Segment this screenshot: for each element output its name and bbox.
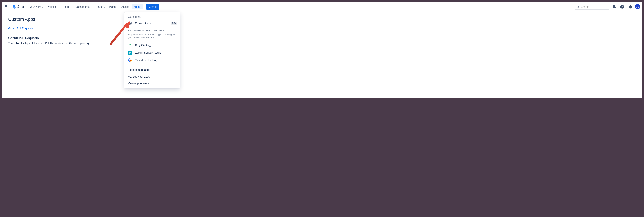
avatar[interactable]: JS (635, 4, 640, 10)
dropdown-item-custom-apps[interactable]: Custom Apps DEV (124, 20, 180, 27)
app-switcher-icon[interactable] (4, 4, 10, 10)
nav-dashboards[interactable]: Dashboards▾ (74, 4, 93, 10)
top-navigation: Jira Your work▾ Projects▾ Filters▾ Dashb… (2, 2, 642, 12)
nav-label: Assets (122, 5, 129, 8)
brand-text: Jira (17, 5, 24, 9)
nav-label: Projects (47, 5, 57, 8)
dropdown-explore-link[interactable]: Explore more apps (124, 66, 180, 73)
nav-label: Filters (62, 5, 70, 8)
dropdown-item-zephyr[interactable]: Zephyr Squad (Testing) (124, 49, 180, 56)
dropdown-item-timesheet[interactable]: Timesheet tracking (124, 56, 180, 64)
svg-point-17 (129, 59, 131, 61)
timesheet-icon (128, 58, 132, 62)
tabs: Github Pull Requests (8, 25, 636, 32)
dev-badge: DEV (171, 22, 177, 25)
nav-your-work[interactable]: Your work▾ (28, 4, 45, 10)
svg-rect-8 (8, 8, 8, 9)
dropdown-item-label: Zephyr Squad (Testing) (135, 51, 162, 54)
nav-filters[interactable]: Filters▾ (60, 4, 73, 10)
xray-icon: XRAY (128, 43, 132, 47)
notifications-icon[interactable] (611, 4, 617, 10)
svg-rect-7 (6, 8, 7, 9)
chevron-down-icon: ▾ (90, 6, 91, 8)
page-content: Custom Apps Github Pull Requests Github … (2, 12, 642, 49)
nav-assets[interactable]: Assets (120, 4, 131, 10)
dropdown-manage-link[interactable]: Manage your apps (124, 73, 180, 80)
nav-label: Apps (134, 5, 140, 8)
chevron-down-icon: ▾ (70, 6, 71, 8)
nav-label: Teams (96, 5, 103, 8)
jira-logo[interactable]: Jira (12, 5, 24, 9)
svg-rect-5 (8, 7, 8, 7)
nav-items: Your work▾ Projects▾ Filters▾ Dashboards… (28, 4, 159, 10)
nav-label: Dashboards (75, 5, 90, 8)
dropdown-your-apps-label: YOUR APPS (124, 14, 180, 20)
svg-rect-2 (8, 5, 8, 6)
dropdown-divider (124, 65, 180, 65)
search-input[interactable] (581, 5, 607, 8)
custom-apps-icon (128, 21, 132, 26)
nav-label: Plans (109, 5, 116, 8)
nav-apps[interactable]: Apps▾ (132, 4, 143, 10)
tab-github-prs[interactable]: Github Pull Requests (8, 25, 33, 32)
nav-right: ? JS (574, 4, 640, 10)
svg-rect-1 (6, 5, 7, 6)
dropdown-item-xray[interactable]: XRAY Xray (Testing) (124, 41, 180, 49)
section-heading: Github Pull Requests (8, 36, 636, 40)
nav-label: Your work (30, 5, 41, 8)
svg-rect-0 (5, 5, 6, 6)
dropdown-item-label: Xray (Testing) (135, 44, 151, 47)
svg-text:?: ? (622, 5, 623, 8)
svg-point-14 (130, 23, 131, 24)
settings-icon[interactable] (627, 4, 633, 10)
dropdown-item-label: Timesheet tracking (135, 59, 157, 62)
nav-plans[interactable]: Plans▾ (107, 4, 119, 10)
jira-logo-icon (12, 5, 16, 9)
svg-rect-4 (6, 7, 7, 7)
svg-rect-3 (5, 7, 6, 7)
nav-left: Jira Your work▾ Projects▾ Filters▾ Dashb… (4, 4, 159, 10)
chevron-down-icon: ▾ (116, 6, 117, 8)
chevron-down-icon: ▾ (57, 6, 58, 8)
svg-rect-6 (5, 8, 6, 9)
section-description: This table displays all the open Pull Re… (8, 42, 636, 45)
dropdown-view-requests-link[interactable]: View app requests (124, 80, 180, 87)
dropdown-recommended-label: RECOMMENDED FOR YOUR TEAM (124, 27, 180, 33)
svg-marker-13 (128, 22, 132, 25)
nav-projects[interactable]: Projects▾ (45, 4, 60, 10)
dropdown-item-label: Custom Apps (135, 22, 151, 25)
svg-point-9 (577, 6, 579, 7)
chevron-down-icon: ▾ (42, 6, 43, 8)
zephyr-icon (128, 50, 132, 55)
help-icon[interactable]: ? (619, 4, 625, 10)
dropdown-recommended-desc: Ship faster with marketplace apps that i… (124, 33, 180, 41)
apps-dropdown: YOUR APPS Custom Apps DEV RECOMMENDED FO… (124, 12, 180, 88)
search-field[interactable] (574, 4, 609, 10)
search-icon (577, 5, 580, 8)
chevron-down-icon: ▾ (104, 6, 105, 8)
app-window: Jira Your work▾ Projects▾ Filters▾ Dashb… (2, 2, 642, 98)
svg-line-10 (578, 7, 579, 8)
nav-teams[interactable]: Teams▾ (94, 4, 107, 10)
chevron-down-icon: ▾ (140, 6, 141, 8)
page-title: Custom Apps (8, 17, 636, 22)
create-button[interactable]: Create (146, 4, 159, 10)
